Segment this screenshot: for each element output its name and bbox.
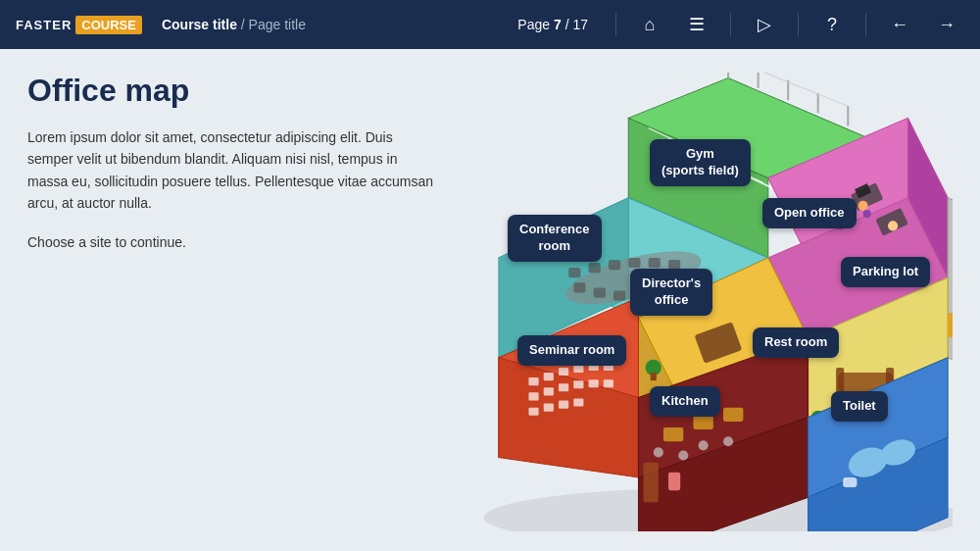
svg-rect-58 [528,377,538,385]
svg-rect-61 [573,365,583,373]
svg-rect-32 [609,260,620,270]
map-label-rest-room[interactable]: Rest room [753,327,839,358]
svg-rect-45 [651,373,657,380]
nav-separator: / [241,17,249,32]
svg-rect-72 [559,401,568,409]
play-icon: ▷ [758,14,771,35]
menu-button[interactable]: ☰ [679,7,714,42]
choose-prompt: Choose a site to continue. [27,234,439,250]
page-current: 7 [554,17,562,32]
svg-rect-38 [613,291,625,301]
nav-divider-4 [865,13,866,36]
svg-point-89 [699,440,709,450]
svg-rect-68 [589,379,599,387]
forward-icon: → [938,15,956,35]
nav-course-title: Course title / Page title [162,17,306,32]
svg-rect-60 [559,368,568,376]
svg-rect-64 [528,392,538,400]
map-label-directors[interactable]: Director'soffice [630,269,712,316]
menu-icon: ☰ [689,14,705,35]
nav-page-title-text: Page title [249,17,306,32]
map-area: Gym(sports field) Open office Conference… [459,73,953,531]
svg-marker-46 [948,198,953,377]
svg-rect-33 [628,258,640,268]
svg-rect-30 [568,268,580,277]
svg-rect-65 [544,387,554,395]
svg-rect-69 [604,379,613,387]
svg-point-88 [678,450,688,460]
map-label-conference[interactable]: Conferenceroom [508,215,602,262]
nav-divider-3 [798,13,799,36]
brand-faster-text: FASTER [16,18,72,32]
svg-point-87 [654,447,663,457]
navbar: FASTER COURSE Course title / Page title … [0,0,980,49]
back-icon: ← [891,15,908,35]
svg-point-25 [863,210,871,218]
page-label: Page [517,17,550,32]
svg-rect-51 [948,313,953,337]
svg-rect-66 [559,383,568,391]
home-icon: ⌂ [645,15,656,35]
svg-rect-86 [723,408,743,422]
page-heading: Office map [27,73,439,109]
main-content: Office map Lorem ipsum dolor sit amet, c… [0,49,980,551]
brand-logo: FASTER COURSE [16,16,142,34]
map-label-gym[interactable]: Gym(sports field) [650,139,751,186]
map-label-parking[interactable]: Parking lot [841,257,930,287]
svg-rect-59 [544,373,554,380]
svg-rect-85 [693,416,712,429]
svg-rect-91 [668,473,680,490]
forward-button[interactable]: → [929,7,964,42]
svg-point-90 [723,436,733,446]
page-info: Page 7 / 17 [517,17,588,32]
map-label-kitchen[interactable]: Kitchen [650,386,720,417]
brand-course-text: COURSE [75,16,142,34]
svg-point-22 [858,201,867,211]
svg-rect-70 [528,408,538,416]
svg-rect-31 [589,263,601,273]
svg-rect-84 [663,427,683,441]
map-label-open-office[interactable]: Open office [762,198,857,228]
description-text: Lorem ipsum dolor sit amet, consectetur … [27,126,439,215]
home-button[interactable]: ⌂ [632,7,667,42]
svg-rect-34 [649,258,661,268]
play-button[interactable]: ▷ [747,7,782,42]
nav-divider-2 [730,13,731,36]
svg-rect-97 [843,477,857,487]
map-label-seminar[interactable]: Seminar room [517,335,626,366]
page-total: 17 [572,17,588,32]
svg-point-23 [888,221,898,230]
svg-rect-92 [644,463,659,503]
map-label-toilet[interactable]: Toilet [831,391,888,422]
svg-rect-36 [573,282,585,292]
svg-rect-77 [836,368,844,392]
course-title-text: Course title [162,17,237,32]
left-panel: Office map Lorem ipsum dolor sit amet, c… [27,73,439,531]
nav-divider-1 [615,13,616,36]
back-button[interactable]: ← [882,7,917,42]
help-icon: ? [827,15,837,35]
svg-rect-37 [594,287,606,297]
svg-rect-71 [544,404,554,412]
svg-rect-67 [573,380,583,388]
help-button[interactable]: ? [814,7,850,42]
svg-rect-73 [573,398,583,406]
